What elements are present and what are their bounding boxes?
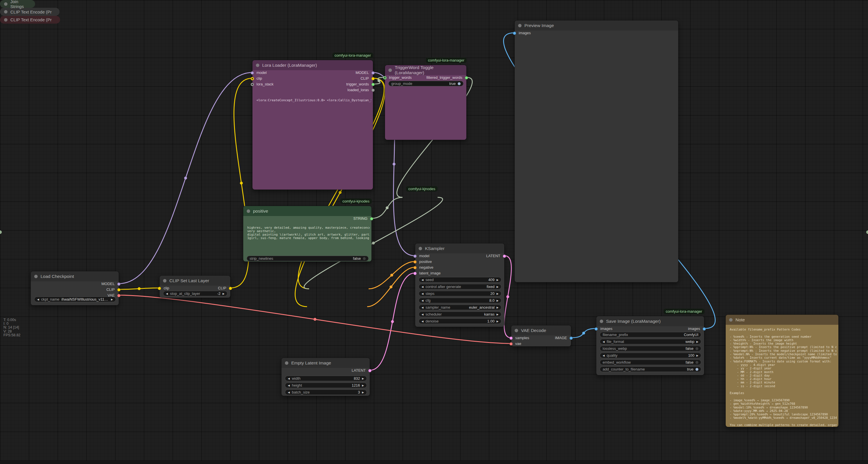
decrement-arrow[interactable]: ◀ bbox=[422, 313, 424, 316]
positive-prompt-titlebar[interactable]: positive bbox=[243, 206, 371, 216]
collapse-dot[interactable] bbox=[600, 320, 603, 323]
model-input-slot[interactable] bbox=[251, 71, 254, 75]
link-midpoint-dot[interactable] bbox=[138, 287, 141, 290]
increment-arrow[interactable]: ▶ bbox=[696, 354, 699, 357]
widget-strip_newlines[interactable]: strip_newlinesfalse bbox=[247, 256, 369, 261]
toggle-knob[interactable] bbox=[695, 361, 699, 364]
LATENT-output-slot[interactable] bbox=[368, 369, 371, 372]
link-midpoint-dot[interactable] bbox=[391, 274, 393, 277]
widget-scheduler[interactable]: ◀schedulerkarras▶ bbox=[418, 312, 501, 317]
MODEL-output-slot[interactable] bbox=[117, 283, 121, 286]
widget-seed[interactable]: ◀seed409▶ bbox=[418, 277, 501, 283]
lora-loader-titlebar[interactable]: Lora Loader (LoraManager) bbox=[252, 60, 373, 70]
increment-arrow[interactable]: ▶ bbox=[111, 298, 113, 301]
decrement-arrow[interactable]: ◀ bbox=[422, 279, 424, 281]
decrement-arrow[interactable]: ◀ bbox=[602, 354, 604, 357]
empty-latent-image[interactable]: Empty Latent ImageLATENT◀width832▶◀heigh… bbox=[281, 357, 370, 396]
filtered_trigger_words-output-slot[interactable] bbox=[465, 76, 468, 79]
collapse-dot[interactable] bbox=[729, 318, 733, 322]
VAE-output-slot[interactable] bbox=[117, 294, 121, 297]
widget-add_counter_to_filename[interactable]: add_counter_to_filenametrue bbox=[600, 367, 701, 372]
IMAGE-output-slot[interactable] bbox=[569, 337, 573, 340]
vae-input-slot[interactable] bbox=[509, 342, 513, 346]
negative-input-slot[interactable] bbox=[413, 266, 416, 269]
images-input-slot[interactable] bbox=[595, 327, 598, 330]
latent_image-input-slot[interactable] bbox=[413, 272, 416, 275]
ksampler-titlebar[interactable]: KSampler bbox=[415, 243, 504, 254]
clip-set-last-layer[interactable]: CLIP Set Last LayerclipCLIP◀stop_at_clip… bbox=[159, 275, 230, 298]
increment-arrow[interactable]: ▶ bbox=[497, 306, 499, 309]
ksampler[interactable]: KSamplermodelpositivenegativelatent_imag… bbox=[415, 243, 504, 327]
decrement-arrow[interactable]: ◀ bbox=[422, 306, 424, 309]
trigger_words-input-slot[interactable] bbox=[383, 76, 386, 79]
collapse-dot[interactable] bbox=[515, 329, 518, 332]
images-input-slot[interactable] bbox=[513, 32, 516, 35]
link-midpoint-dot[interactable] bbox=[339, 191, 342, 194]
decrement-arrow[interactable]: ◀ bbox=[602, 340, 604, 343]
widget-stop_at_clip_layer[interactable]: ◀stop_at_clip_layer-2▶ bbox=[163, 291, 227, 296]
widget-embed_workflow[interactable]: embed_workflowfalse bbox=[600, 359, 701, 365]
increment-arrow[interactable]: ▶ bbox=[222, 292, 224, 295]
decrement-arrow[interactable]: ◀ bbox=[288, 377, 290, 380]
increment-arrow[interactable]: ▶ bbox=[497, 320, 499, 323]
decrement-arrow[interactable]: ◀ bbox=[288, 391, 290, 394]
vae-decode[interactable]: VAE DecodesamplesvaeIMAGE bbox=[511, 325, 571, 347]
link-midpoint-dot[interactable] bbox=[377, 79, 380, 82]
link-midpoint-dot[interactable] bbox=[372, 242, 375, 244]
link-midpoint-dot[interactable] bbox=[506, 295, 509, 298]
link-midpoint-dot[interactable] bbox=[391, 320, 394, 323]
empty-latent-image-titlebar[interactable]: Empty Latent Image bbox=[281, 358, 370, 368]
LATENT-output-slot[interactable] bbox=[503, 255, 506, 258]
preview-image[interactable]: Preview Imageimages bbox=[514, 20, 679, 283]
load-checkpoint-titlebar[interactable]: Load Checkpoint bbox=[31, 271, 119, 281]
widget-steps[interactable]: ◀steps20▶ bbox=[418, 291, 501, 296]
trigger_words-output-slot[interactable] bbox=[371, 83, 375, 86]
widget-sampler_name[interactable]: ◀sampler_nameeuler_ancestral▶ bbox=[418, 304, 501, 310]
clip-input-slot[interactable] bbox=[251, 77, 254, 80]
CLIP-output-slot[interactable] bbox=[117, 288, 121, 291]
increment-arrow[interactable]: ▶ bbox=[362, 377, 364, 380]
widget-ckpt_name[interactable]: ◀ckpt_nameil\waiNSFWIllustrious_v110.s..… bbox=[34, 297, 116, 302]
decrement-arrow[interactable]: ◀ bbox=[422, 292, 424, 295]
clip-set-last-layer-titlebar[interactable]: CLIP Set Last Layer bbox=[160, 276, 230, 286]
increment-arrow[interactable]: ▶ bbox=[362, 384, 364, 387]
increment-arrow[interactable]: ▶ bbox=[497, 299, 499, 302]
note-text[interactable]: Available filename_prefix Pattern Codes … bbox=[730, 328, 837, 427]
collapse-dot[interactable] bbox=[518, 24, 522, 27]
CLIP-output-slot[interactable] bbox=[229, 287, 232, 290]
collapse-dot[interactable] bbox=[256, 64, 259, 67]
link-midpoint-dot[interactable] bbox=[314, 318, 316, 321]
load-checkpoint[interactable]: Load CheckpointMODELCLIPVAE◀ckpt_nameil\… bbox=[30, 271, 119, 306]
note-titlebar[interactable]: Note bbox=[726, 315, 838, 325]
collapse-dot[interactable] bbox=[163, 279, 166, 283]
link-midpoint-dot[interactable] bbox=[390, 286, 393, 289]
loaded_loras-output-slot[interactable] bbox=[371, 89, 375, 92]
collapse-dot[interactable] bbox=[285, 361, 288, 365]
decrement-arrow[interactable]: ◀ bbox=[422, 320, 424, 323]
widget-batch_size[interactable]: ◀batch_size3▶ bbox=[285, 389, 367, 395]
toggle-knob[interactable] bbox=[695, 347, 699, 350]
widget-filename_prefix[interactable]: filename_prefixComfyUI bbox=[600, 332, 701, 338]
increment-arrow[interactable]: ▶ bbox=[497, 279, 499, 281]
link-midpoint-dot[interactable] bbox=[240, 182, 243, 185]
link-midpoint-dot[interactable] bbox=[582, 332, 585, 335]
collapse-dot[interactable] bbox=[389, 68, 392, 72]
save-image[interactable]: Save Image (LoraManager)imagesimagesfile… bbox=[596, 316, 704, 375]
toggle-knob[interactable] bbox=[458, 82, 461, 85]
increment-arrow[interactable]: ▶ bbox=[362, 391, 364, 394]
increment-arrow[interactable]: ▶ bbox=[497, 313, 499, 316]
note[interactable]: NoteAvailable filename_prefix Pattern Co… bbox=[725, 314, 839, 427]
CLIP-output-slot[interactable] bbox=[371, 77, 375, 80]
widget-height[interactable]: ◀height1216▶ bbox=[285, 383, 367, 388]
decrement-arrow[interactable]: ◀ bbox=[37, 298, 39, 301]
lora_stack-input-slot[interactable] bbox=[251, 83, 254, 86]
lora-loader-text[interactable]: <lora:CreateConcept_Illustrious:0.8> <lo… bbox=[256, 98, 371, 103]
model-input-slot[interactable] bbox=[413, 255, 416, 258]
positive-input-slot[interactable] bbox=[413, 260, 416, 263]
triggerword-toggle[interactable]: TriggerWord Toggle (LoraManager)trigger_… bbox=[385, 65, 467, 140]
STRING-output-slot[interactable] bbox=[370, 217, 373, 220]
widget-width[interactable]: ◀width832▶ bbox=[285, 376, 367, 381]
widget-denoise[interactable]: ◀denoise1.00▶ bbox=[418, 318, 501, 324]
preview-image-titlebar[interactable]: Preview Image bbox=[515, 21, 678, 30]
collapse-dot[interactable] bbox=[34, 275, 38, 278]
